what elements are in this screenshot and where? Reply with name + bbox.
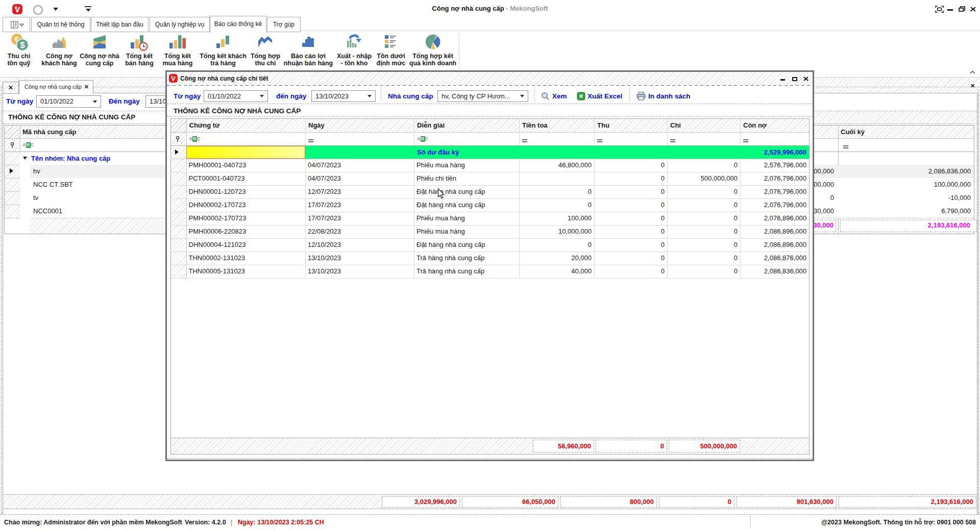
svg-text:$: $ (20, 40, 25, 50)
